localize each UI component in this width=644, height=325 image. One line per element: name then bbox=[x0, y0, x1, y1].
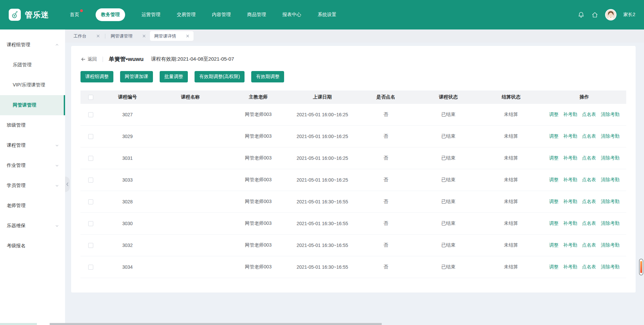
sidebar: 课程组管理 乐团管理 VIP/乐理课管理 网管课管理 班级管理 课程管理 作业管… bbox=[0, 29, 65, 325]
back-button[interactable]: 返回 bbox=[80, 56, 97, 62]
action-adjust[interactable]: 调整 bbox=[549, 112, 558, 118]
sidebar-item-course-group-mgmt[interactable]: 课程组管理 bbox=[0, 35, 65, 55]
sidebar-item-student-mgmt[interactable]: 学员管理 bbox=[0, 176, 65, 196]
username[interactable]: 家长2 bbox=[623, 12, 635, 18]
bell-icon[interactable] bbox=[578, 11, 585, 19]
tab-bar: 工作台 网管课管理 网管课详情 bbox=[65, 29, 644, 43]
nav-item-reports[interactable]: 报表中心 bbox=[282, 12, 301, 18]
action-clear-attendance[interactable]: 清除考勤 bbox=[601, 177, 620, 183]
col-actions: 操作 bbox=[542, 94, 626, 100]
row-checkbox[interactable] bbox=[88, 134, 93, 139]
action-makeup-attendance[interactable]: 补考勤 bbox=[563, 242, 577, 248]
row-checkbox[interactable] bbox=[88, 199, 93, 204]
action-adjust[interactable]: 调整 bbox=[549, 264, 558, 270]
close-icon[interactable] bbox=[97, 35, 100, 38]
vertical-scrollbar-thumb[interactable] bbox=[639, 259, 643, 275]
main-nav: 首页 教务管理 运营管理 交易管理 内容管理 商品管理 报表中心 系统设置 bbox=[70, 8, 336, 21]
nav-item-transactions[interactable]: 交易管理 bbox=[177, 12, 196, 18]
validity-adjust-privileged-button[interactable]: 有效期调整(高权限) bbox=[195, 71, 245, 82]
row-checkbox[interactable] bbox=[88, 243, 93, 248]
action-makeup-attendance[interactable]: 补考勤 bbox=[563, 112, 577, 118]
nav-item-academic[interactable]: 教务管理 bbox=[96, 8, 125, 21]
action-rollcall-sheet[interactable]: 点名表 bbox=[582, 264, 596, 270]
sidebar-item-class-mgmt[interactable]: 班级管理 bbox=[0, 115, 65, 135]
col-course-id: 课程编号 bbox=[101, 94, 154, 100]
cell-rollcall: 否 bbox=[355, 199, 417, 205]
action-makeup-attendance[interactable]: 补考勤 bbox=[563, 264, 577, 270]
row-checkbox[interactable] bbox=[88, 265, 93, 270]
action-adjust[interactable]: 调整 bbox=[549, 177, 558, 183]
horizontal-scrollbar[interactable] bbox=[0, 323, 644, 325]
chevron-up-icon bbox=[55, 43, 59, 47]
cell-teacher: 网管老师003 bbox=[226, 155, 290, 161]
nav-item-content[interactable]: 内容管理 bbox=[212, 12, 231, 18]
sidebar-item-vip-theory-mgmt[interactable]: VIP/乐理课管理 bbox=[0, 75, 65, 95]
tab-workbench[interactable]: 工作台 bbox=[69, 31, 104, 41]
sidebar-item-online-course-mgmt[interactable]: 网管课管理 bbox=[0, 95, 65, 115]
add-online-lesson-button[interactable]: 网管课加课 bbox=[120, 71, 153, 82]
select-all-checkbox[interactable] bbox=[88, 95, 93, 100]
sidebar-item-orchestra-mgmt[interactable]: 乐团管理 bbox=[0, 55, 65, 75]
action-rollcall-sheet[interactable]: 点名表 bbox=[582, 177, 596, 183]
action-clear-attendance[interactable]: 清除考勤 bbox=[601, 199, 620, 205]
brand-logo[interactable] bbox=[9, 9, 21, 21]
tab-online-course-detail[interactable]: 网管课详情 bbox=[150, 31, 194, 41]
batch-adjust-button[interactable]: 批量调整 bbox=[160, 71, 188, 82]
home-icon[interactable] bbox=[591, 11, 598, 18]
table-row: 3032 网管老师003 2021-05-01 16:30~16:55 否 已结… bbox=[80, 235, 626, 256]
tab-online-course-mgmt[interactable]: 网管课管理 bbox=[106, 31, 150, 41]
chevron-down-icon bbox=[55, 143, 59, 147]
cell-course-id: 3031 bbox=[101, 155, 154, 161]
sidebar-item-instrument-maintenance[interactable]: 乐器维保 bbox=[0, 216, 65, 236]
action-rollcall-sheet[interactable]: 点名表 bbox=[582, 220, 596, 226]
chevron-down-icon bbox=[55, 164, 59, 168]
action-rollcall-sheet[interactable]: 点名表 bbox=[582, 133, 596, 139]
action-makeup-attendance[interactable]: 补考勤 bbox=[563, 133, 577, 139]
validity-adjust-button[interactable]: 有效期调整 bbox=[251, 71, 284, 82]
close-icon[interactable] bbox=[186, 35, 189, 38]
nav-item-settings[interactable]: 系统设置 bbox=[318, 12, 336, 18]
nav-item-operations[interactable]: 运营管理 bbox=[142, 12, 160, 18]
action-clear-attendance[interactable]: 清除考勤 bbox=[601, 220, 620, 226]
action-adjust[interactable]: 调整 bbox=[549, 242, 558, 248]
adjust-course-group-button[interactable]: 课程组调整 bbox=[80, 71, 113, 82]
action-adjust[interactable]: 调整 bbox=[549, 133, 558, 139]
action-clear-attendance[interactable]: 清除考勤 bbox=[601, 112, 620, 118]
row-checkbox[interactable] bbox=[88, 221, 93, 226]
avatar[interactable] bbox=[605, 9, 616, 20]
sidebar-item-exam-registration[interactable]: 考级报名 bbox=[0, 236, 65, 256]
horizontal-scrollbar-thumb[interactable] bbox=[50, 323, 382, 325]
action-adjust[interactable]: 调整 bbox=[549, 199, 558, 205]
action-clear-attendance[interactable]: 清除考勤 bbox=[601, 264, 620, 270]
sidebar-item-homework-mgmt[interactable]: 作业管理 bbox=[0, 155, 65, 176]
nav-item-products[interactable]: 商品管理 bbox=[247, 12, 266, 18]
action-adjust[interactable]: 调整 bbox=[549, 220, 558, 226]
cell-course-id: 3034 bbox=[101, 264, 154, 270]
action-rollcall-sheet[interactable]: 点名表 bbox=[582, 242, 596, 248]
row-checkbox[interactable] bbox=[88, 178, 93, 183]
action-clear-attendance[interactable]: 清除考勤 bbox=[601, 242, 620, 248]
action-makeup-attendance[interactable]: 补考勤 bbox=[563, 199, 577, 205]
action-rollcall-sheet[interactable]: 点名表 bbox=[582, 199, 596, 205]
arrow-left-icon bbox=[80, 57, 85, 62]
row-checkbox[interactable] bbox=[88, 156, 93, 161]
cell-date: 2021-05-01 16:00~16:25 bbox=[290, 177, 355, 183]
action-makeup-attendance[interactable]: 补考勤 bbox=[563, 220, 577, 226]
close-icon[interactable] bbox=[143, 35, 146, 38]
sidebar-collapse-handle[interactable] bbox=[65, 177, 70, 192]
notification-dot bbox=[80, 9, 83, 12]
row-checkbox[interactable] bbox=[88, 112, 93, 117]
action-adjust[interactable]: 调整 bbox=[549, 155, 558, 161]
sidebar-item-course-mgmt[interactable]: 课程管理 bbox=[0, 135, 65, 155]
action-makeup-attendance[interactable]: 补考勤 bbox=[563, 155, 577, 161]
action-rollcall-sheet[interactable]: 点名表 bbox=[582, 112, 596, 118]
scrollbar-fill-indicator bbox=[640, 261, 642, 273]
action-clear-attendance[interactable]: 清除考勤 bbox=[601, 133, 620, 139]
action-makeup-attendance[interactable]: 补考勤 bbox=[563, 177, 577, 183]
col-settlement: 结算状态 bbox=[480, 94, 542, 100]
cell-teacher: 网管老师003 bbox=[226, 220, 290, 226]
action-rollcall-sheet[interactable]: 点名表 bbox=[582, 155, 596, 161]
nav-item-home[interactable]: 首页 bbox=[70, 12, 79, 18]
sidebar-item-teacher-mgmt[interactable]: 老师管理 bbox=[0, 196, 65, 216]
action-clear-attendance[interactable]: 清除考勤 bbox=[601, 155, 620, 161]
